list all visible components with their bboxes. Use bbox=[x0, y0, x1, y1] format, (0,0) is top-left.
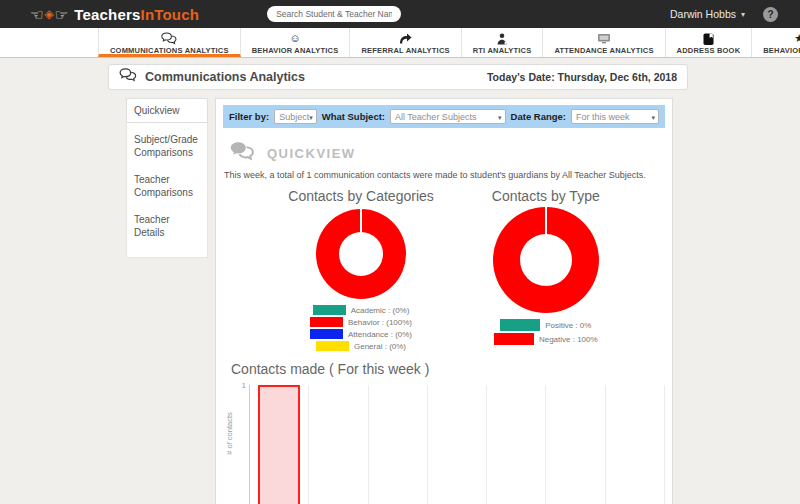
main-nav: COMMUNICATIONS ANALYTICS ☺ BEHAVIOR ANAL… bbox=[0, 28, 800, 58]
quickview-summary: This week, a total of 1 communication co… bbox=[224, 170, 665, 180]
donut-hole bbox=[339, 232, 383, 276]
tab-label: BEHAVIOR ANALYTICS bbox=[252, 46, 339, 55]
tab-label: BEHAVIOR POINTS bbox=[763, 46, 800, 55]
logo-gem-icon bbox=[44, 8, 53, 20]
dropdown-arrow-icon bbox=[498, 112, 502, 122]
date-range-select[interactable]: For this week bbox=[571, 109, 659, 124]
page-title-bar: Communications Analytics Today's Date: T… bbox=[108, 64, 688, 90]
donut-hole bbox=[520, 234, 572, 286]
star-icon: ★ bbox=[794, 32, 800, 45]
y-tick-1: 1 bbox=[242, 381, 246, 390]
bar-column bbox=[606, 385, 665, 504]
tab-rti-analytics[interactable]: RTI ANALYTICS bbox=[462, 28, 544, 57]
contacts-made-chart: Contacts made ( For this week ) # of con… bbox=[223, 361, 665, 504]
y-axis-label: # of contacts bbox=[225, 411, 234, 455]
help-button[interactable]: ? bbox=[763, 7, 778, 22]
type-legend: Positive : 0% Negative : 100% bbox=[494, 319, 598, 347]
user-name: Darwin Hobbs bbox=[670, 8, 736, 20]
chat-bubble-gray-icon bbox=[229, 141, 255, 165]
tab-label: REFERRAL ANALYTICS bbox=[361, 46, 449, 55]
page-title: Communications Analytics bbox=[145, 70, 305, 84]
bar-column bbox=[250, 385, 309, 504]
legend-swatch-positive bbox=[500, 319, 540, 331]
what-subject-select[interactable]: All Teacher Subjects bbox=[390, 109, 506, 124]
filter-bar: Filter by: Subject What Subject: All Tea… bbox=[223, 105, 665, 128]
categories-donut bbox=[316, 209, 406, 299]
chevron-down-icon bbox=[741, 10, 745, 19]
bar-column bbox=[546, 385, 605, 504]
tab-label: COMMUNICATIONS ANALYTICS bbox=[110, 46, 229, 55]
legend-swatch-behavior bbox=[310, 317, 343, 327]
sidebar-item-teacher-comparisons[interactable]: Teacher Comparisons bbox=[134, 173, 200, 199]
dropdown-arrow-icon bbox=[651, 112, 655, 122]
donut-gap bbox=[545, 207, 547, 235]
smiley-icon: ☺ bbox=[289, 32, 300, 45]
date-range-label: Date Range: bbox=[511, 111, 566, 122]
tab-attendance-analytics[interactable]: ATTENDANCE ANALYTICS bbox=[543, 28, 665, 57]
brand-name: TeachersInTouch bbox=[74, 6, 199, 23]
donut-charts-row: Contacts by Categories Academic : (0%) B… bbox=[223, 188, 665, 353]
logo-hand-left-icon bbox=[30, 7, 43, 22]
tab-behavior-points[interactable]: ★ BEHAVIOR POINTS bbox=[752, 28, 800, 57]
tab-label: ADDRESS BOOK bbox=[677, 46, 741, 55]
main-panel: Filter by: Subject What Subject: All Tea… bbox=[215, 98, 673, 504]
tab-label: ATTENDANCE ANALYTICS bbox=[554, 46, 653, 55]
legend-swatch-attendance bbox=[310, 329, 343, 339]
y-axis: # of contacts 1 0 bbox=[223, 385, 249, 504]
address-book-icon bbox=[703, 32, 714, 45]
sidebar-item-teacher-details[interactable]: Teacher Details bbox=[134, 213, 200, 239]
sidebar-item-subject-grade-comparisons[interactable]: Subject/Grade Comparisons bbox=[134, 133, 200, 159]
dropdown-arrow-icon bbox=[309, 112, 313, 122]
monitor-icon bbox=[597, 32, 611, 45]
donut-gap bbox=[360, 209, 362, 233]
chat-bubbles-icon bbox=[119, 68, 137, 86]
bar-plot-area bbox=[249, 385, 665, 504]
type-donut bbox=[493, 207, 599, 313]
filter-by-label: Filter by: bbox=[229, 111, 269, 122]
legend-swatch-general bbox=[316, 341, 349, 351]
tab-address-book[interactable]: ADDRESS BOOK bbox=[666, 28, 753, 57]
chat-bubbles-icon bbox=[161, 32, 177, 45]
curved-arrow-icon bbox=[399, 32, 412, 45]
tab-label: RTI ANALYTICS bbox=[473, 46, 532, 55]
chart-title: Contacts by Categories bbox=[288, 188, 434, 204]
contacts-by-type-chart: Contacts by Type Positive : 0% Negative … bbox=[492, 188, 600, 347]
sidebar: Quickview Subject/Grade Comparisons Teac… bbox=[126, 98, 208, 504]
contacts-by-categories-chart: Contacts by Categories Academic : (0%) B… bbox=[288, 188, 434, 353]
today-date: Today's Date: Thursday, Dec 6th, 2018 bbox=[487, 71, 677, 83]
tab-communications-analytics[interactable]: COMMUNICATIONS ANALYTICS bbox=[98, 28, 241, 57]
sidebar-item-quickview[interactable]: Quickview bbox=[126, 98, 208, 123]
bar-column bbox=[309, 385, 368, 504]
person-chart-icon bbox=[496, 32, 508, 45]
user-menu[interactable]: Darwin Hobbs bbox=[670, 8, 745, 20]
search-input[interactable] bbox=[267, 6, 401, 22]
filter-by-select[interactable]: Subject bbox=[274, 109, 317, 124]
legend-swatch-academic bbox=[313, 305, 346, 315]
categories-legend: Academic : (0%) Behavior : (100%) Attend… bbox=[310, 305, 412, 353]
tab-behavior-analytics[interactable]: ☺ BEHAVIOR ANALYTICS bbox=[241, 28, 351, 57]
bar-column bbox=[487, 385, 546, 504]
quickview-heading: QUICKVIEW bbox=[267, 146, 356, 161]
bar-friday bbox=[258, 385, 300, 504]
bar-chart-title: Contacts made ( For this week ) bbox=[231, 361, 665, 377]
bar-column bbox=[369, 385, 428, 504]
bar-column bbox=[428, 385, 487, 504]
app-header: TeachersInTouch Darwin Hobbs ? bbox=[0, 0, 800, 28]
tab-referral-analytics[interactable]: REFERRAL ANALYTICS bbox=[350, 28, 461, 57]
sidebar-panel: Subject/Grade Comparisons Teacher Compar… bbox=[126, 123, 208, 258]
legend-swatch-negative bbox=[494, 333, 534, 345]
what-subject-label: What Subject: bbox=[322, 111, 385, 122]
logo-hand-right-icon bbox=[55, 7, 68, 22]
page-container: Communications Analytics Today's Date: T… bbox=[108, 64, 688, 504]
app-logo[interactable]: TeachersInTouch bbox=[30, 6, 199, 23]
chart-title: Contacts by Type bbox=[492, 188, 600, 204]
